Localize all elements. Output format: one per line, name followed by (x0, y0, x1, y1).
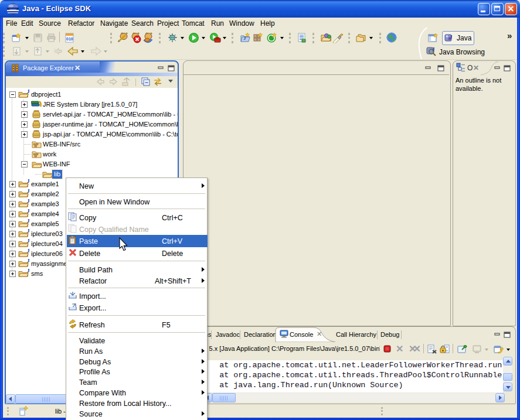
svg-text:J: J (27, 268, 30, 274)
svg-text:J: J (27, 218, 30, 224)
svg-text:J: J (27, 178, 30, 184)
svg-text:J: J (432, 46, 435, 52)
svg-text:010: 010 (66, 37, 73, 41)
svg-text:J: J (27, 238, 30, 244)
svg-text:J: J (27, 198, 30, 204)
svg-text:J: J (243, 35, 246, 41)
svg-text:J: J (27, 88, 30, 94)
svg-text:J: J (450, 34, 453, 40)
svg-text:J: J (27, 208, 30, 214)
svg-text:J: J (27, 248, 30, 254)
svg-text:J: J (27, 188, 30, 194)
svg-text:J: J (27, 228, 30, 234)
svg-text:J: J (27, 258, 30, 264)
